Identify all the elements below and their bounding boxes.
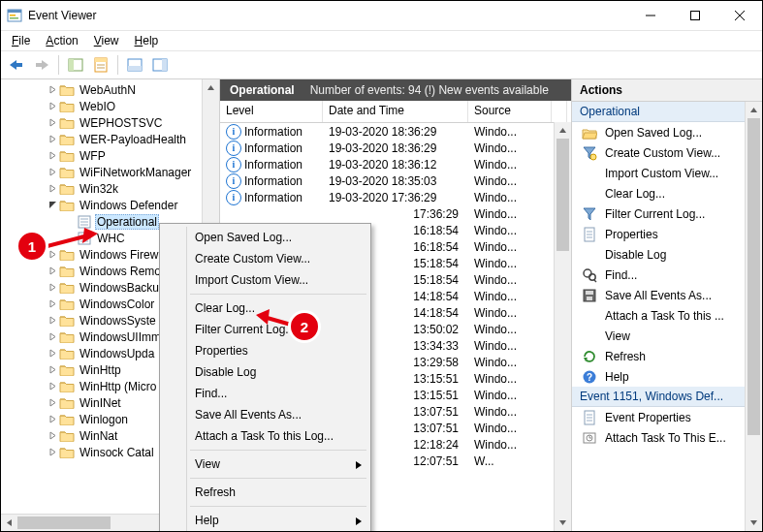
tree-expand-icon[interactable]: [46, 266, 59, 277]
action-item[interactable]: Find...: [572, 265, 762, 285]
svg-marker-49: [50, 432, 55, 439]
tree-item[interactable]: WEPHOSTSVC: [1, 114, 219, 131]
tree-expand-icon[interactable]: [46, 447, 59, 458]
tree-collapse-icon[interactable]: [46, 200, 59, 211]
context-menu-item[interactable]: Disable Log: [162, 361, 368, 383]
show-tree-button[interactable]: [64, 53, 87, 77]
information-icon: i: [226, 124, 241, 140]
tree-expand-icon[interactable]: [46, 298, 59, 310]
tree-item[interactable]: WebIO: [1, 98, 219, 114]
action-item[interactable]: Import Custom View...: [572, 163, 762, 183]
tree-expand-icon[interactable]: [46, 134, 59, 145]
svg-line-67: [594, 280, 596, 282]
context-menu-item[interactable]: View: [162, 454, 368, 475]
col-source[interactable]: Source: [468, 101, 552, 122]
actions-group-operational[interactable]: Operational: [572, 102, 762, 122]
menu-action[interactable]: Action: [39, 33, 84, 48]
context-menu-item[interactable]: Attach a Task To this Log...: [162, 425, 368, 447]
maximize-button[interactable]: [673, 1, 717, 30]
action-item[interactable]: Create Custom View...: [572, 142, 762, 163]
properties-button[interactable]: [89, 53, 112, 77]
table-row[interactable]: 17:36:29Windo...: [220, 205, 571, 222]
menu-file[interactable]: File: [5, 33, 37, 48]
svg-text:?: ?: [587, 372, 592, 383]
action-item[interactable]: Disable Log: [572, 244, 762, 265]
tree-expand-icon[interactable]: [46, 331, 59, 343]
close-button[interactable]: [717, 1, 762, 30]
minimize-button[interactable]: [628, 1, 673, 30]
actions-vscroll[interactable]: [745, 102, 762, 531]
context-menu-item[interactable]: Open Saved Log...: [162, 227, 368, 248]
tree-expand-icon[interactable]: [46, 430, 59, 442]
table-row[interactable]: iInformation19-03-2020 18:35:03Windo...: [220, 172, 571, 189]
tree-expand-icon[interactable]: [46, 150, 59, 162]
context-menu-label: Attach a Task To this Log...: [195, 429, 334, 443]
tree-expand-icon[interactable]: [46, 101, 59, 112]
tree-expand-icon[interactable]: [46, 183, 59, 195]
tree-expand-icon[interactable]: [46, 167, 59, 178]
table-row[interactable]: iInformation19-03-2020 17:36:29Windo...: [220, 189, 571, 205]
menu-view[interactable]: View: [87, 33, 126, 48]
context-menu-item[interactable]: Properties: [162, 340, 368, 361]
action-item[interactable]: Refresh: [572, 346, 762, 366]
nav-forward-button[interactable]: [30, 53, 53, 77]
context-menu-item[interactable]: Save All Events As...: [162, 404, 368, 425]
tree-item[interactable]: Windows Defender: [1, 197, 219, 213]
table-row[interactable]: iInformation19-03-2020 18:36:29Windo...: [220, 123, 571, 140]
actions-group-event[interactable]: Event 1151, Windows Def...: [572, 387, 762, 407]
svg-line-89: [44, 235, 88, 247]
context-menu-item[interactable]: Refresh: [162, 482, 368, 503]
actions-pane-button[interactable]: [148, 53, 172, 77]
tree-expand-icon[interactable]: [46, 282, 59, 294]
action-item[interactable]: Properties: [572, 224, 762, 244]
folder-icon: [59, 446, 75, 459]
context-menu-label: Clear Log...: [195, 301, 255, 315]
tree-expand-icon[interactable]: [46, 117, 59, 129]
action-item[interactable]: Event Properties: [572, 407, 762, 427]
action-item[interactable]: Filter Current Log...: [572, 203, 762, 224]
tree-expand-icon[interactable]: [46, 84, 59, 96]
tree-item[interactable]: Win32k: [1, 180, 219, 197]
scroll-up-icon[interactable]: [203, 79, 219, 96]
context-menu-item[interactable]: Import Custom View...: [162, 269, 368, 291]
tree-item[interactable]: WebAuthN: [1, 81, 219, 98]
tree-item[interactable]: WFP: [1, 147, 219, 164]
scroll-left-icon[interactable]: [1, 515, 17, 531]
source-cell: Windo...: [468, 273, 552, 287]
tree-expand-icon[interactable]: [46, 414, 59, 425]
context-menu[interactable]: Open Saved Log...Create Custom View...Im…: [159, 223, 371, 532]
tree-expand-icon[interactable]: [46, 397, 59, 409]
action-item[interactable]: Save All Events As...: [572, 285, 762, 305]
nav-back-button[interactable]: [5, 53, 28, 77]
table-row[interactable]: iInformation19-03-2020 18:36:29Windo...: [220, 140, 571, 156]
tree-expand-icon[interactable]: [46, 315, 59, 327]
table-row[interactable]: iInformation19-03-2020 18:36:12Windo...: [220, 156, 571, 172]
col-level[interactable]: Level: [220, 101, 323, 122]
context-menu-item[interactable]: Help: [162, 510, 368, 531]
col-more[interactable]: [552, 101, 567, 122]
action-item[interactable]: Attach Task To This E...: [572, 427, 762, 448]
action-item[interactable]: ?Help: [572, 366, 762, 387]
datetime-cell: 19-03-2020 18:35:03: [323, 174, 468, 188]
events-vscroll[interactable]: [554, 122, 571, 531]
action-label: Properties: [605, 228, 762, 241]
context-menu-item[interactable]: Create Custom View...: [162, 248, 368, 269]
col-datetime[interactable]: Date and Time: [323, 101, 468, 122]
action-item[interactable]: Open Saved Log...: [572, 122, 762, 142]
tree-expand-icon[interactable]: [46, 348, 59, 360]
action-item[interactable]: Clear Log...: [572, 183, 762, 203]
tree-expand-icon[interactable]: [46, 364, 59, 376]
svg-marker-87: [356, 461, 362, 469]
svg-rect-15: [95, 58, 107, 62]
preview-pane-button[interactable]: [123, 53, 146, 77]
tree-item[interactable]: WER-PayloadHealth: [1, 131, 219, 147]
folder-icon: [59, 116, 75, 130]
tree-expand-icon[interactable]: [46, 381, 59, 392]
tree-item-label: Win32k: [78, 182, 120, 196]
action-item[interactable]: Attach a Task To this ...: [572, 305, 762, 326]
context-menu-item[interactable]: Find...: [162, 383, 368, 404]
menu-help[interactable]: Help: [128, 33, 166, 48]
folder-icon: [59, 396, 75, 410]
action-item[interactable]: View: [572, 326, 762, 346]
tree-item[interactable]: WiFiNetworkManager: [1, 164, 219, 180]
